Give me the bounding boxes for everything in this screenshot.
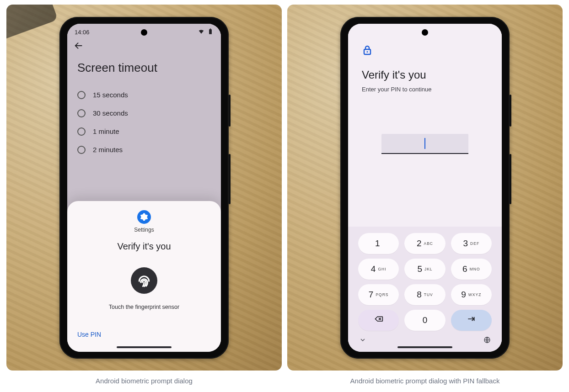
figure-right: Verify it's you Enter your PIN to contin… (287, 5, 563, 371)
keypad-1[interactable]: 1 (358, 233, 399, 254)
radio-label: 30 seconds (93, 109, 128, 117)
fingerprint-icon[interactable] (131, 267, 157, 294)
backspace-icon (374, 314, 383, 326)
radio-label: 2 minutes (93, 146, 123, 154)
use-pin-button[interactable]: Use PIN (77, 328, 101, 341)
pin-title: Verify it's you (362, 69, 488, 81)
language-globe-icon[interactable] (483, 336, 491, 345)
prompt-hint: Touch the fingerprint sensor (109, 304, 179, 310)
pin-subtitle: Enter your PIN to continue (362, 86, 488, 93)
phone-frame: Verify it's you Enter your PIN to contin… (340, 17, 510, 359)
camera-hole-icon (422, 29, 428, 36)
camera-hole-icon (141, 29, 147, 36)
radio-option[interactable]: 1 minute (77, 122, 211, 141)
radio-option[interactable]: 2 minutes (77, 141, 211, 159)
pin-input[interactable] (381, 134, 468, 154)
settings-app-icon (137, 210, 151, 224)
svg-point-1 (367, 51, 368, 53)
collapse-keyboard-icon[interactable] (359, 336, 366, 345)
radio-option[interactable]: 15 seconds (77, 86, 211, 104)
gesture-bar[interactable] (117, 346, 172, 348)
caption-left: Android biometric prompt dialog (6, 377, 282, 385)
enter-arrow-icon (467, 314, 476, 326)
radio-option[interactable]: 30 seconds (77, 104, 211, 122)
keypad-8[interactable]: 8TUV (404, 284, 445, 305)
keypad-2[interactable]: 2ABC (404, 233, 445, 254)
keypad-9[interactable]: 9WXYZ (451, 284, 492, 305)
biometric-prompt-sheet: Settings Verify it's you Touch the finge… (67, 201, 221, 352)
back-icon[interactable] (74, 44, 84, 52)
keypad-0[interactable]: 0 (404, 310, 445, 331)
prompt-app-label: Settings (134, 227, 154, 233)
battery-icon (207, 28, 214, 36)
radio-label: 1 minute (93, 127, 119, 135)
keypad-7[interactable]: 7PQRS (358, 284, 399, 305)
phone-screen: Verify it's you Enter your PIN to contin… (348, 24, 502, 352)
keypad-4[interactable]: 4GHI (358, 259, 399, 280)
figure-left: 14:06 Screen (6, 5, 282, 371)
status-time: 14:06 (75, 29, 90, 36)
keypad-enter[interactable] (451, 310, 492, 331)
gesture-bar[interactable] (397, 346, 452, 348)
background-page-title: Screen timeout (77, 61, 211, 75)
caption-right: Android biometric prompt dialog with PIN… (287, 377, 563, 385)
keypad-backspace[interactable] (358, 310, 399, 331)
phone-screen: 14:06 Screen (67, 24, 221, 352)
pin-keypad: 1 2ABC 3DEF 4GHI 5JKL 6MNO 7PQRS 8TUV 9W… (348, 227, 502, 352)
phone-frame: 14:06 Screen (59, 17, 229, 359)
keypad-5[interactable]: 5JKL (404, 259, 445, 280)
wifi-icon (198, 28, 204, 36)
radio-label: 15 seconds (93, 91, 128, 99)
lock-icon (362, 45, 488, 58)
keypad-6[interactable]: 6MNO (451, 259, 492, 280)
prompt-title: Verify it's you (117, 241, 171, 252)
keypad-3[interactable]: 3DEF (451, 233, 492, 254)
